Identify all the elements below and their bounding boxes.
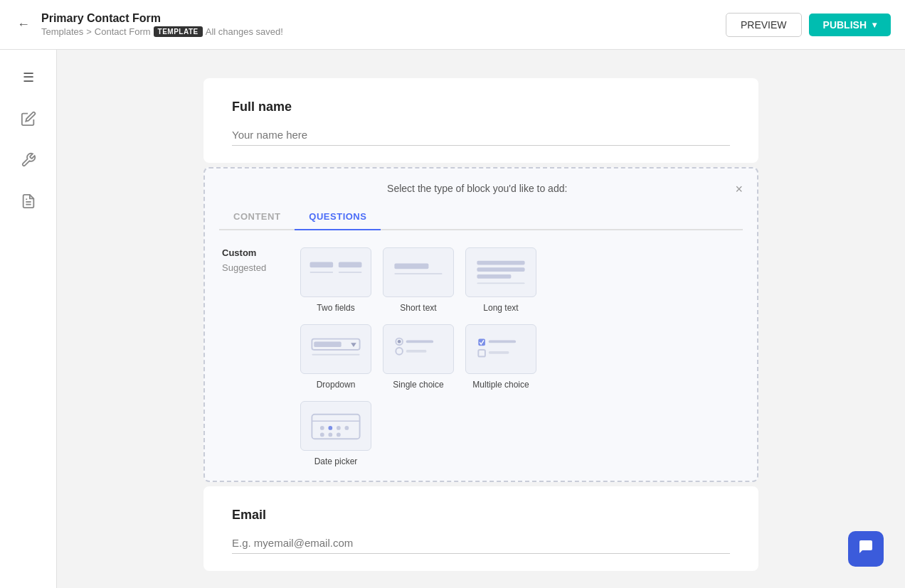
fullname-input[interactable] — [232, 124, 730, 146]
block-item-multiple-choice[interactable]: Multiple choice — [465, 324, 536, 390]
category-custom-label: Custom — [222, 247, 286, 258]
back-button[interactable]: ← — [14, 14, 33, 35]
publish-chevron: ▾ — [872, 20, 877, 30]
multiple-choice-label: Multiple choice — [472, 380, 529, 390]
multiple-choice-svg — [473, 332, 529, 366]
field-email-card: Email — [203, 486, 758, 571]
date-picker-icon — [300, 401, 371, 451]
breadcrumb-templates[interactable]: Templates — [41, 26, 83, 37]
block-grid: Custom Suggested — [205, 230, 757, 481]
svg-point-33 — [337, 433, 341, 437]
svg-rect-4 — [310, 272, 334, 273]
block-selector-title: Select the type of block you'd like to a… — [219, 183, 735, 204]
date-picker-svg — [308, 409, 364, 443]
block-selector-header: Select the type of block you'd like to a… — [205, 169, 757, 204]
svg-rect-15 — [312, 354, 359, 356]
long-text-svg — [473, 255, 529, 289]
form-container: Full name Select the type of block you'd… — [203, 78, 758, 560]
publish-button[interactable]: PUBLISH ▾ — [809, 14, 891, 36]
multiple-choice-icon — [465, 324, 536, 374]
dropdown-icon — [300, 324, 371, 374]
svg-point-29 — [337, 426, 341, 430]
topbar-right: PREVIEW PUBLISH ▾ — [726, 13, 891, 37]
svg-rect-23 — [478, 350, 485, 357]
main-layout: ☰ Full name — [0, 50, 905, 588]
tab-questions[interactable]: QUESTIONS — [295, 204, 381, 230]
block-item-short-text[interactable]: Short text — [383, 247, 454, 313]
pencil-icon — [21, 111, 36, 127]
svg-point-31 — [320, 433, 324, 437]
email-input[interactable] — [232, 533, 730, 554]
topbar-left: ← Primary Contact Form Templates > Conta… — [14, 12, 283, 37]
breadcrumb: Templates > Contact Form TEMPLATE All ch… — [41, 26, 283, 37]
dropdown-svg — [308, 332, 364, 366]
block-categories: Custom Suggested — [222, 247, 286, 273]
svg-rect-9 — [477, 267, 524, 272]
preview-button[interactable]: PREVIEW — [726, 13, 802, 37]
svg-rect-22 — [489, 341, 516, 343]
svg-rect-24 — [489, 351, 509, 354]
chat-button[interactable] — [848, 531, 884, 567]
svg-rect-18 — [406, 341, 433, 343]
block-item-long-text[interactable]: Long text — [465, 247, 536, 313]
block-selector: Select the type of block you'd like to a… — [203, 167, 758, 482]
svg-rect-13 — [314, 341, 341, 347]
block-item-date-picker[interactable]: Date picker — [300, 401, 371, 466]
svg-rect-8 — [477, 261, 524, 265]
hamburger-icon: ☰ — [23, 70, 34, 85]
document-icon — [21, 193, 36, 209]
long-text-icon — [465, 247, 536, 297]
svg-rect-25 — [312, 415, 359, 439]
block-item-dropdown[interactable]: Dropdown — [300, 324, 371, 390]
long-text-label: Long text — [483, 303, 518, 313]
block-item-two-fields[interactable]: Two fields — [300, 247, 371, 313]
dropdown-label: Dropdown — [317, 380, 356, 390]
wrench-icon — [21, 152, 36, 168]
svg-rect-7 — [394, 273, 442, 274]
svg-rect-21 — [478, 339, 485, 346]
publish-label: PUBLISH — [823, 19, 867, 31]
category-suggested-label: Suggested — [222, 262, 286, 273]
date-picker-label: Date picker — [314, 456, 358, 466]
svg-point-27 — [320, 426, 324, 430]
topbar: ← Primary Contact Form Templates > Conta… — [0, 0, 905, 50]
single-choice-icon — [383, 324, 454, 374]
email-label: Email — [232, 508, 730, 523]
block-item-single-choice[interactable]: Single choice — [383, 324, 454, 390]
sidebar-document-button[interactable] — [15, 188, 42, 215]
svg-marker-14 — [351, 343, 356, 347]
sidebar-settings-button[interactable] — [15, 146, 42, 173]
short-text-icon — [383, 247, 454, 297]
short-text-svg — [391, 255, 446, 289]
fullname-label: Full name — [232, 100, 730, 114]
block-items: Two fields Short text — [300, 247, 536, 466]
svg-point-17 — [398, 340, 401, 343]
tab-content[interactable]: CONTENT — [219, 204, 295, 230]
svg-point-19 — [396, 348, 403, 355]
breadcrumb-current[interactable]: Contact Form — [95, 26, 151, 37]
svg-rect-5 — [339, 272, 362, 273]
chat-icon-svg — [857, 538, 874, 555]
svg-point-30 — [344, 426, 349, 430]
svg-point-28 — [328, 426, 332, 430]
tabs: CONTENT QUESTIONS — [219, 204, 743, 230]
sidebar-menu-button[interactable]: ☰ — [17, 64, 40, 91]
short-text-label: Short text — [400, 303, 436, 313]
svg-rect-2 — [310, 262, 334, 268]
sidebar-edit-button[interactable] — [15, 105, 42, 132]
svg-rect-10 — [477, 274, 511, 279]
close-button[interactable]: × — [735, 183, 743, 196]
page-title: Primary Contact Form — [41, 12, 283, 25]
saved-text: All changes saved! — [206, 26, 283, 37]
two-fields-svg — [308, 255, 364, 289]
svg-rect-3 — [339, 262, 362, 268]
chat-icon — [857, 538, 874, 560]
single-choice-svg — [391, 332, 446, 366]
title-area: Primary Contact Form Templates > Contact… — [41, 12, 283, 37]
sidebar: ☰ — [0, 50, 57, 588]
field-fullname-card: Full name — [203, 78, 758, 163]
two-fields-icon — [300, 247, 371, 297]
svg-rect-6 — [394, 264, 428, 269]
template-badge: TEMPLATE — [154, 26, 203, 37]
single-choice-label: Single choice — [393, 380, 443, 390]
